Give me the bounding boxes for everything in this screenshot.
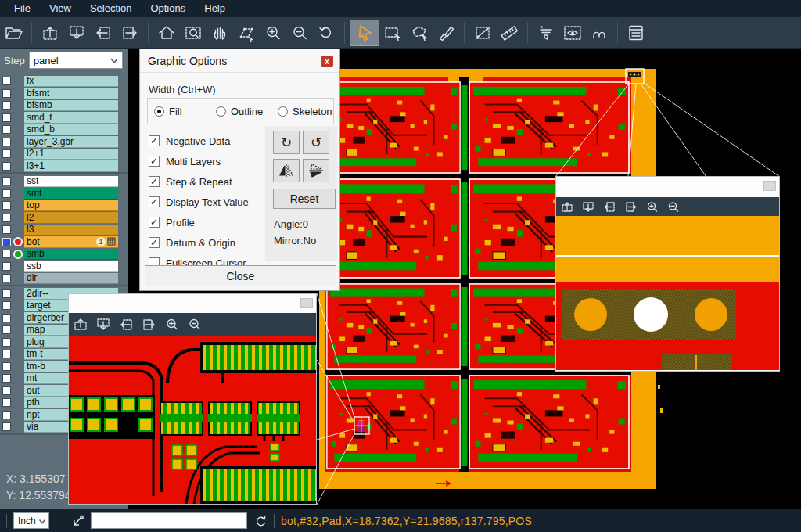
layer-visibility-checkbox[interactable] <box>2 374 11 383</box>
layer-visibility-checkbox[interactable] <box>2 386 11 395</box>
highlight-net-button[interactable] <box>586 20 612 45</box>
pan-left-icon[interactable] <box>603 200 617 214</box>
zoom-out-button[interactable] <box>286 20 313 45</box>
magnifier-right-view[interactable] <box>556 216 779 370</box>
magnifier-left-titlebar[interactable] <box>69 294 316 313</box>
layer-row-l2+1[interactable]: l2+1 <box>0 148 128 160</box>
layer-visibility-checkbox[interactable] <box>2 101 11 110</box>
layer-visibility-checkbox[interactable] <box>2 225 11 234</box>
layer-row-top[interactable]: top <box>0 200 128 212</box>
layer-visibility-checkbox[interactable] <box>2 177 11 185</box>
menu-item-file[interactable]: File <box>5 1 40 16</box>
checkbox-box[interactable]: ✓ <box>149 196 160 207</box>
pan-up-icon[interactable] <box>74 317 89 332</box>
pan-up-icon[interactable] <box>561 200 575 214</box>
ruler-button[interactable] <box>496 20 523 45</box>
pan-left-icon[interactable] <box>119 317 135 332</box>
popup-menu-button[interactable] <box>300 298 313 308</box>
menu-item-options[interactable]: Options <box>141 1 195 16</box>
checkbox-box[interactable]: ✓ <box>149 176 160 187</box>
layer-visibility-checkbox[interactable] <box>2 362 11 371</box>
pan-right-button[interactable] <box>117 20 143 45</box>
open-file-button[interactable] <box>0 20 27 45</box>
snap-corner-button[interactable] <box>69 513 84 529</box>
layer-visibility-checkbox[interactable] <box>2 149 11 158</box>
layer-visibility-checkbox[interactable] <box>2 262 11 271</box>
home-view-button[interactable] <box>153 20 180 45</box>
layer-row-smb[interactable]: smb <box>0 248 128 261</box>
layer-visibility-checkbox[interactable] <box>2 274 11 282</box>
layer-visibility-checkbox[interactable] <box>2 289 11 298</box>
checkbox-negative-data[interactable]: ✓Negative Data <box>149 131 249 151</box>
zoom-previous-button[interactable] <box>313 20 339 45</box>
mirror-vertical-button[interactable] <box>303 159 329 182</box>
layer-row-bfsmt[interactable]: bfsmt <box>0 88 128 100</box>
unit-select[interactable]: Inch <box>13 512 49 529</box>
command-input[interactable] <box>91 512 247 529</box>
layer-row-l3+1[interactable]: l3+1 <box>0 160 128 173</box>
layer-row-bot[interactable]: bot1 <box>0 236 128 249</box>
pan-down-icon[interactable] <box>582 200 596 214</box>
layer-row-layer_3.gbr[interactable]: layer_3.gbr <box>0 136 128 149</box>
layer-visibility-checkbox[interactable] <box>2 398 11 407</box>
poly-select-button[interactable] <box>406 20 433 45</box>
report-button[interactable] <box>623 20 649 45</box>
layer-row-smd_b[interactable]: smd_b <box>0 124 128 136</box>
zoom-in-icon[interactable] <box>164 317 180 332</box>
radio-fill[interactable]: Fill <box>148 106 210 117</box>
pan-down-button[interactable] <box>63 20 90 45</box>
select-cursor-button[interactable] <box>350 20 379 46</box>
pan-left-button[interactable] <box>90 20 117 45</box>
zoom-window-button[interactable] <box>180 20 207 45</box>
layer-visibility-checkbox[interactable] <box>2 411 11 419</box>
rotate-ccw-button[interactable]: ↺ <box>303 131 329 154</box>
layer-visibility-checkbox[interactable] <box>2 350 11 358</box>
mirror-horizontal-button[interactable] <box>273 159 300 182</box>
checkbox-multi-layers[interactable]: ✓Multi Layers <box>149 151 249 171</box>
checkbox-profile[interactable]: ✓Profile <box>149 212 249 232</box>
checkbox-step-repeat[interactable]: ✓Step & Repeat <box>149 171 249 192</box>
zoom-out-icon[interactable] <box>666 200 681 214</box>
reset-button[interactable]: Reset <box>273 189 336 209</box>
layer-row-bfsmb[interactable]: bfsmb <box>0 99 128 112</box>
clean-brush-button[interactable] <box>433 20 459 45</box>
layer-row-smd_t[interactable]: smd_t <box>0 112 128 124</box>
layer-visibility-checkbox[interactable] <box>2 89 11 98</box>
vertex-snap-button[interactable] <box>233 20 260 45</box>
menu-item-selection[interactable]: Selection <box>81 1 141 16</box>
layer-row-dir[interactable]: dir <box>0 272 128 285</box>
pan-up-button[interactable] <box>37 20 63 45</box>
layer-visibility-checkbox[interactable] <box>2 338 11 347</box>
radio-dot[interactable] <box>154 106 164 117</box>
checkbox-box[interactable]: ✓ <box>149 156 160 167</box>
close-button[interactable]: Close <box>145 265 336 286</box>
layer-visibility-checkbox[interactable] <box>2 77 11 85</box>
layer-row-ssb[interactable]: ssb <box>0 261 128 273</box>
layer-visibility-checkbox[interactable] <box>2 325 11 334</box>
measure-diagonal-button[interactable] <box>469 20 496 45</box>
zoom-in-button[interactable] <box>260 20 286 45</box>
layer-visibility-checkbox[interactable] <box>2 138 11 146</box>
layer-row-fx[interactable]: fx <box>0 75 128 88</box>
radio-dot[interactable] <box>278 106 288 117</box>
layer-visibility-checkbox[interactable] <box>2 422 11 431</box>
rotate-cw-button[interactable]: ↻ <box>273 131 300 154</box>
layer-visibility-checkbox[interactable] <box>2 201 11 210</box>
layer-visibility-checkbox[interactable] <box>2 189 11 198</box>
layer-visibility-checkbox[interactable] <box>2 162 11 171</box>
layer-visibility-checkbox[interactable] <box>2 214 11 222</box>
checkbox-display-text-value[interactable]: ✓Display Text Value <box>149 192 249 212</box>
menu-item-help[interactable]: Help <box>195 1 235 16</box>
menu-item-view[interactable]: View <box>40 1 81 16</box>
layer-visibility-checkbox[interactable] <box>2 250 11 258</box>
checkbox-datum-origin[interactable]: ✓Datum & Origin <box>149 232 249 253</box>
layer-visibility-checkbox[interactable] <box>2 301 11 310</box>
radio-outline[interactable]: Outline <box>210 106 271 117</box>
layer-visibility-checkbox[interactable] <box>2 314 11 322</box>
zoom-out-icon[interactable] <box>187 317 203 332</box>
layer-visibility-checkbox[interactable] <box>2 113 11 122</box>
layer-row-l3[interactable]: l3 <box>0 224 128 236</box>
pan-hand-button[interactable] <box>207 20 233 45</box>
rect-select-button[interactable] <box>379 20 406 45</box>
radio-dot[interactable] <box>216 106 226 117</box>
